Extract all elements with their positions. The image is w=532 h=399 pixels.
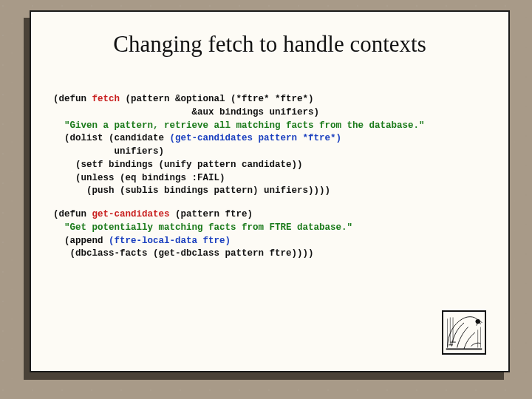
code-text: (dbclass-facts (get-dbclass pattern ftre… [53,248,314,259]
code-text: (pattern ftre) [170,209,253,219]
code-text: (setf bindings (unify pattern candidate)… [53,160,303,170]
code-text [53,120,64,131]
code-text [53,222,64,233]
slide: Changing fetch to handle contexts (defun… [30,10,510,372]
code-text: &aux bindings unifiers) [53,107,319,117]
code-block-fetch: (defun fetch (pattern &optional (*ftre* … [53,93,486,198]
code-text: (unless (eq bindings :FAIL) [53,173,225,183]
code-text: (pattern &optional (*ftre* *ftre*) [120,94,314,104]
code-text: (defun [53,94,92,104]
slide-title: Changing fetch to handle contexts [53,31,486,58]
code-text: unifiers) [53,146,164,157]
decorative-woodcut-icon [442,310,486,355]
call-ftre-local-data: (ftre-local-data ftre) [109,236,231,246]
docstring: "Get potentially matching facts from FTR… [64,222,352,233]
spacer [53,198,486,208]
code-text: (append [53,236,109,246]
code-block-get-candidates: (defun get-candidates (pattern ftre) "Ge… [53,208,486,261]
code-text: (dolist (candidate [53,133,170,143]
docstring: "Given a pattern, retrieve all matching … [64,120,425,131]
code-text: (push (sublis bindings pattern) unifiers… [53,185,330,196]
defun-name-fetch: fetch [92,94,120,104]
svg-point-1 [476,319,480,324]
defun-name-get-candidates: get-candidates [92,209,170,219]
code-text: (defun [53,209,92,219]
call-get-candidates: (get-candidates pattern *ftre*) [170,133,342,143]
